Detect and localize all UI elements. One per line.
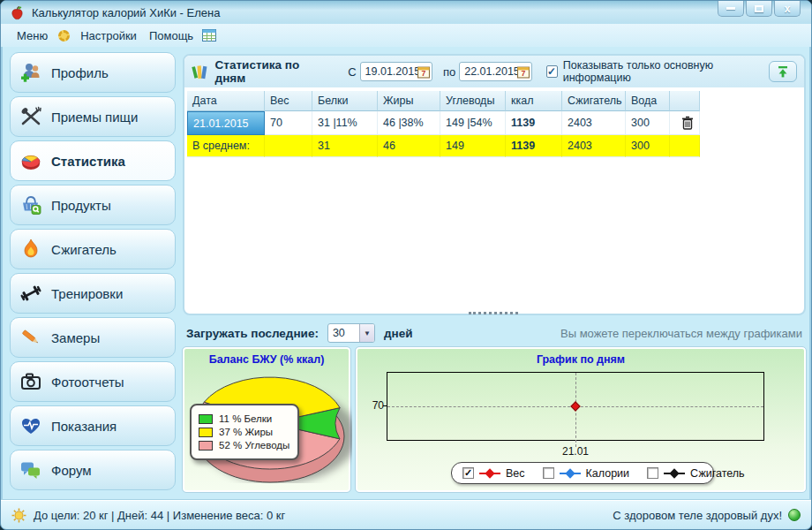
x-axis-tick-label: 21.01	[556, 445, 595, 458]
maximize-icon	[755, 5, 763, 12]
maximize-button[interactable]	[746, 1, 772, 17]
sun-icon	[11, 508, 26, 523]
bju-balance-panel: Баланс БЖУ (% ккал) 11 % Белки 37 % Жиры	[183, 347, 350, 492]
column-header-kcal[interactable]: ккал	[506, 91, 562, 111]
statistics-panel: Статистика по дням С 19.01.2015 7 по 22.…	[183, 54, 806, 315]
green-up-arrow-icon	[776, 64, 790, 79]
cell-date[interactable]: 21.01.2015	[187, 111, 265, 135]
sidebar-item-photo-reports[interactable]: Фотоотчеты	[10, 361, 176, 402]
load-controls: Загружать последние: 30 ▼ дней Вы можете…	[183, 321, 806, 345]
table-icon[interactable]	[202, 29, 216, 42]
sidebar-item-label: Показания	[51, 419, 117, 434]
cell-proteins[interactable]: 31 |11%	[312, 111, 378, 135]
basket-search-icon	[19, 193, 42, 216]
sidebar-item-burner[interactable]: Сжигатель	[10, 229, 176, 269]
date-to-value: 22.01.2015	[464, 65, 520, 78]
only-main-label: Показывать только основную информацию	[563, 59, 770, 84]
summary-burner: 2403	[562, 135, 626, 157]
days-dropdown-value: 30	[328, 324, 359, 342]
cell-carbs[interactable]: 149 |54%	[440, 111, 506, 135]
sidebar-item-statistics[interactable]: Статистика	[10, 140, 176, 181]
checkmark-icon: ✓	[464, 468, 472, 478]
pie-chart-icon	[19, 149, 42, 172]
calendar-icon[interactable]: 7	[517, 65, 530, 79]
camera-icon	[19, 370, 42, 393]
sidebar-item-label: Профиль	[51, 65, 109, 80]
proteins-swatch	[199, 414, 213, 424]
fats-swatch	[199, 428, 213, 437]
pencil-icon	[19, 326, 42, 349]
svg-text:7: 7	[521, 69, 525, 78]
days-dropdown[interactable]: 30 ▼	[327, 323, 375, 343]
weight-data-point	[570, 401, 580, 411]
calendar-icon[interactable]: 7	[417, 65, 430, 79]
sidebar-item-workouts[interactable]: Тренировки	[10, 273, 176, 314]
window-title: Калькулятор калорий ХиКи - Елена	[32, 6, 220, 19]
sidebar-item-measurements[interactable]: Замеры	[10, 317, 176, 358]
cell-burner[interactable]: 2403	[562, 111, 626, 135]
gear-icon[interactable]	[58, 30, 70, 42]
sidebar-item-forum[interactable]: Форум	[10, 450, 176, 490]
column-header-date[interactable]: Дата	[187, 91, 265, 111]
summary-kcal: 1139	[506, 135, 562, 157]
legend-item-burner: Сжигатель	[647, 467, 745, 480]
chat-bubbles-icon	[19, 458, 42, 481]
day-chart-plot-area	[387, 372, 764, 441]
app-window: Калькулятор калорий ХиКи - Елена x Меню …	[0, 0, 812, 530]
day-chart-legend: ✓ Вес Калории	[451, 462, 714, 484]
status-bar: До цели: 20 кг | Дней: 44 | Изменение ве…	[1, 500, 811, 529]
sidebar-item-products[interactable]: Продукты	[10, 185, 176, 225]
menu-item-settings[interactable]: Настройки	[77, 27, 140, 44]
sidebar-item-label: Замеры	[51, 330, 100, 345]
goal-status-text: До цели: 20 кг | Дней: 44 | Изменение ве…	[34, 509, 285, 522]
column-header-water[interactable]: Вода	[626, 91, 670, 111]
delete-row-button[interactable]	[670, 111, 700, 135]
column-header-burner[interactable]: Сжигатель	[562, 91, 626, 111]
summary-fats: 46	[378, 135, 440, 157]
cell-fats[interactable]: 46 |38%	[378, 111, 440, 135]
close-button[interactable]: x	[774, 1, 801, 17]
sidebar-item-label: Продукты	[51, 198, 111, 213]
calories-checkbox[interactable]	[543, 467, 554, 479]
column-header-weight[interactable]: Вес	[265, 91, 312, 111]
sidebar-item-label: Сжигатель	[51, 242, 117, 257]
pie-legend-item: 52 % Углеводы	[199, 440, 290, 450]
close-icon: x	[785, 4, 791, 14]
collapse-panel-button[interactable]	[769, 61, 797, 82]
sidebar-item-meals[interactable]: Приемы пищи	[10, 96, 176, 137]
day-chart-title: График по дням	[357, 353, 804, 366]
minimize-button[interactable]	[718, 1, 744, 17]
date-from-input[interactable]: 19.01.2015 7	[360, 62, 432, 81]
only-main-checkbox[interactable]: ✓	[546, 65, 558, 78]
menu-item-help[interactable]: Помощь	[146, 27, 197, 44]
stats-title: Статистика по дням	[215, 58, 326, 85]
trash-icon	[681, 116, 694, 130]
burner-checkbox[interactable]	[647, 467, 658, 479]
summary-label: В среднем:	[187, 135, 265, 157]
pie-chart-title: Баланс БЖУ (% ккал)	[184, 353, 349, 366]
splitter-handle[interactable]	[469, 312, 518, 317]
column-header-proteins[interactable]: Белки	[312, 91, 378, 111]
minimize-icon	[726, 7, 735, 10]
charts-hint: Вы можете переключаться между графиками	[560, 327, 802, 340]
legend-item-calories: Калории	[543, 467, 630, 480]
summary-carbs: 149	[440, 135, 506, 157]
carbs-swatch	[199, 441, 213, 450]
sidebar-item-indicators[interactable]: Показания	[10, 405, 176, 446]
cell-weight[interactable]: 70	[265, 111, 312, 135]
sidebar-item-profile[interactable]: Профиль	[10, 52, 176, 93]
summary-weight	[265, 135, 312, 157]
column-header-carbs[interactable]: Углеводы	[440, 91, 506, 111]
books-icon	[192, 63, 208, 80]
menu-item-menu[interactable]: Меню	[13, 27, 51, 44]
sidebar-item-label: Приемы пищи	[51, 110, 138, 125]
cell-kcal[interactable]: 1139	[506, 111, 562, 135]
weight-checkbox[interactable]: ✓	[462, 467, 474, 479]
stats-table: Дата Вес Белки Жиры Углеводы ккал Сжигат…	[187, 91, 700, 157]
date-from-label: С	[348, 65, 356, 79]
column-header-fats[interactable]: Жиры	[378, 91, 440, 111]
date-to-input[interactable]: 22.01.2015 7	[459, 62, 531, 81]
chevron-down-icon[interactable]: ▼	[359, 324, 374, 342]
cell-water[interactable]: 300	[626, 111, 670, 135]
summary-water: 300	[626, 135, 670, 157]
